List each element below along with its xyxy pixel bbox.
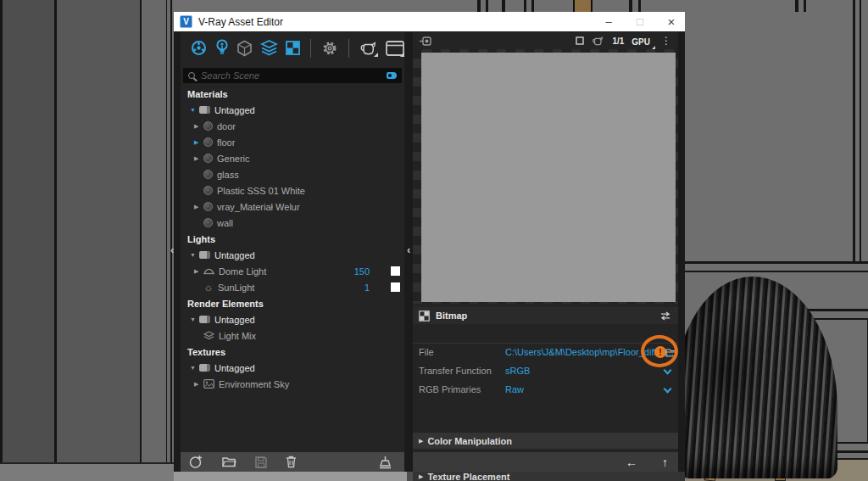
light-intensity-value[interactable]: 1 <box>364 282 370 293</box>
scene-line <box>477 0 481 12</box>
tree-item-label: glass <box>217 170 239 180</box>
tree-item-light-mix[interactable]: ▶ Light Mix <box>181 327 404 344</box>
material-sphere-icon <box>203 154 213 163</box>
preview-render-icon[interactable] <box>592 36 604 46</box>
scene-line <box>629 0 632 12</box>
tree-item-label: floor <box>217 137 235 148</box>
frame-buffer-button[interactable] <box>386 38 404 59</box>
collapse-arrow-icon[interactable]: ▼ <box>190 365 199 371</box>
engine-selector[interactable]: GPU <box>632 33 654 48</box>
collapse-arrow-icon[interactable]: ▼ <box>190 252 199 258</box>
back-button[interactable]: ← <box>626 456 637 468</box>
preview-menu-icon[interactable]: ⋮ <box>661 35 671 47</box>
tree-item-vray-material-welur[interactable]: ▶ vray_Materiał Welur <box>181 199 404 215</box>
section-header-materials: Materials <box>181 86 404 102</box>
tree-item-untagged[interactable]: ▼ Untagged <box>181 102 404 118</box>
tree-item-label: Untagged <box>214 105 255 115</box>
tag-icon <box>199 316 210 323</box>
geometry-category-button[interactable] <box>236 38 253 59</box>
light-intensity-value[interactable]: 150 <box>354 266 370 277</box>
delete-button[interactable] <box>286 456 297 468</box>
tree-item-floor[interactable]: ▶ floor <box>181 134 404 150</box>
purge-unused-button[interactable] <box>378 456 392 469</box>
tree-item-label: Untagged <box>214 250 255 260</box>
open-file-button[interactable] <box>222 456 236 467</box>
filter-tags-icon[interactable] <box>387 72 397 79</box>
tree-item-lights-untagged[interactable]: ▼ Untagged <box>181 247 404 263</box>
color-manipulation-section-header[interactable]: ▶ Color Manipulation <box>413 433 678 449</box>
scene-strip-floor <box>174 472 407 481</box>
scene-wood-beam <box>573 0 593 12</box>
tree-item-label: vray_Materiał Welur <box>217 202 300 212</box>
material-sphere-icon <box>203 121 213 131</box>
materials-category-button[interactable] <box>191 38 207 59</box>
outliner-bottom-toolbar <box>181 452 404 472</box>
scene-line <box>166 0 167 481</box>
expand-arrow-icon[interactable]: ▶ <box>194 139 203 146</box>
tree-item-door[interactable]: ▶ door <box>181 118 404 134</box>
tag-icon <box>199 106 210 114</box>
scene-line <box>804 0 806 12</box>
expand-arrow-icon[interactable]: ▶ <box>194 204 203 210</box>
expand-arrow-icon: ▶ <box>419 438 423 445</box>
tree-item-label: Untagged <box>214 315 255 325</box>
up-to-parent-button[interactable]: ↑ <box>662 456 668 468</box>
chevron-down-icon[interactable] <box>664 385 672 394</box>
scene-molding-line <box>685 271 868 272</box>
close-button[interactable]: × <box>659 12 684 31</box>
tree-item-label: Plastic SSS 01 White <box>217 186 305 196</box>
tree-item-re-untagged[interactable]: ▼ Untagged <box>181 311 404 327</box>
rgb-primaries-value[interactable]: Raw <box>505 384 524 394</box>
collapse-outliner-handle[interactable]: ‹ <box>407 244 410 256</box>
expand-arrow-icon[interactable]: ▶ <box>194 123 203 130</box>
tree-item-tex-untagged[interactable]: ▼ Untagged <box>181 360 404 376</box>
tree-item-label: wall <box>217 218 233 228</box>
material-sphere-icon <box>203 218 213 227</box>
tree-item-dome-light[interactable]: ▶ Dome Light 150 <box>181 263 404 279</box>
light-enabled-checkbox[interactable] <box>391 282 400 292</box>
material-sphere-icon <box>203 170 213 179</box>
save-button[interactable] <box>255 456 267 468</box>
tree-item-wall[interactable]: ▶ wall <box>181 215 404 231</box>
maximize-button[interactable]: □ <box>627 12 653 31</box>
chevron-down-icon[interactable] <box>664 366 672 375</box>
asset-name-header: Bitmap <box>413 307 678 324</box>
title-bar[interactable]: V V-Ray Asset Editor – □ × <box>174 12 685 31</box>
scene-line <box>502 0 505 12</box>
asset-outliner-panel: Search Scene Materials ▼ Untagged ▶ door… <box>181 32 404 452</box>
collapse-arrow-icon[interactable]: ▼ <box>190 316 199 322</box>
expand-arrow-icon: ▶ <box>419 473 423 480</box>
preview-follow-selection-icon[interactable] <box>420 36 431 46</box>
tree-item-glass[interactable]: ▶ glass <box>181 166 404 182</box>
switch-asset-icon[interactable] <box>659 311 671 321</box>
settings-button[interactable] <box>321 38 338 59</box>
asset-tree: Materials ▼ Untagged ▶ door ▶ floor <box>181 86 404 392</box>
transfer-function-value[interactable]: sRGB <box>505 366 530 376</box>
tree-item-sunlight[interactable]: ▶ ☼ SunLight 1 <box>181 279 404 295</box>
add-asset-button[interactable] <box>189 455 203 469</box>
expand-arrow-icon[interactable]: ▶ <box>194 381 203 388</box>
collapse-window-handle[interactable]: ‹ <box>170 244 174 256</box>
tree-item-environment-sky[interactable]: ▶ Environment Sky <box>181 376 404 392</box>
textures-category-button[interactable] <box>286 38 300 59</box>
section-header-render-elements: Render Elements <box>181 295 404 311</box>
search-input[interactable]: Search Scene <box>183 68 402 83</box>
rgb-primaries-row: RGB Primaries Raw <box>413 381 678 399</box>
lights-category-button[interactable] <box>214 38 229 59</box>
tree-item-generic[interactable]: ▶ Generic <box>181 150 404 166</box>
render-elements-category-button[interactable] <box>260 38 278 59</box>
scene-armchair-seat-shadow <box>678 299 771 443</box>
search-icon <box>188 72 195 79</box>
toolbar-separator <box>310 39 311 58</box>
texture-preview-area <box>413 49 678 304</box>
minimize-button[interactable]: – <box>596 12 621 31</box>
preview-shape-icon[interactable] <box>576 36 584 45</box>
expand-arrow-icon[interactable]: ▶ <box>194 268 203 275</box>
expand-arrow-icon[interactable]: ▶ <box>194 155 203 162</box>
light-enabled-checkbox[interactable] <box>391 266 400 276</box>
tree-item-plastic-sss[interactable]: ▶ Plastic SSS 01 White <box>181 182 404 199</box>
render-button[interactable] <box>359 38 378 59</box>
scene-floor-left <box>0 462 174 481</box>
texture-placement-label: Texture Placement <box>427 472 509 481</box>
collapse-arrow-icon[interactable]: ▼ <box>190 107 199 113</box>
